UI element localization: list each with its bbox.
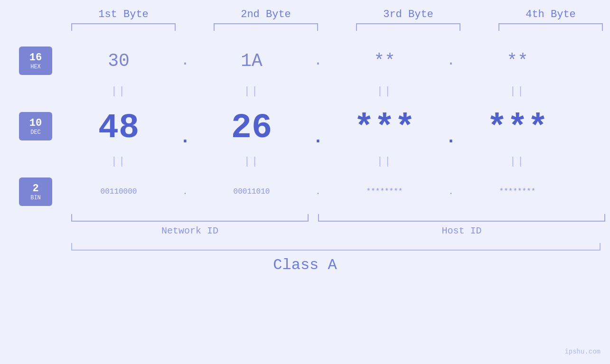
dec-badge-number: 10 xyxy=(29,117,42,130)
bracket-byte3 xyxy=(356,23,460,31)
dec-byte4: *** xyxy=(465,109,570,148)
hex-dot2: . xyxy=(304,53,332,69)
host-bracket xyxy=(318,214,605,222)
hex-byte4: ** xyxy=(465,51,570,71)
dec-byte2: 26 xyxy=(199,109,304,148)
dec-byte3: *** xyxy=(332,109,437,148)
byte2-header: 2nd Byte xyxy=(214,9,318,20)
class-label: Class A xyxy=(0,256,610,274)
bin-badge: 2 BIN xyxy=(19,177,52,206)
dec-dot1: . xyxy=(171,127,199,148)
bin-dot2: . xyxy=(304,187,332,196)
data-rows: 16 HEX 10 DEC 2 BIN xyxy=(0,39,610,213)
sep2-byte1: || xyxy=(66,156,171,168)
hex-badge-number: 16 xyxy=(29,52,42,64)
hex-byte2: 1A xyxy=(199,51,304,71)
bin-byte1: 00110000 xyxy=(66,187,171,196)
hex-badge-row: 16 HEX xyxy=(19,39,52,82)
bin-byte3: ******** xyxy=(332,187,437,196)
byte4-header: 4th Byte xyxy=(498,9,603,20)
bin-badge-row: 2 BIN xyxy=(19,170,52,213)
sep1-byte2: || xyxy=(199,85,304,97)
bin-dot3: . xyxy=(437,187,465,196)
dec-badge-row: 10 DEC xyxy=(19,100,52,152)
hex-badge-label: HEX xyxy=(30,64,41,70)
hex-dot3: . xyxy=(437,53,465,69)
sep-row-1: || || || || xyxy=(66,82,610,100)
byte1-header: 1st Byte xyxy=(71,9,176,20)
dec-badge: 10 DEC xyxy=(19,112,52,140)
network-bracket xyxy=(71,214,309,222)
sep1-byte4: || xyxy=(465,85,570,97)
bin-badge-number: 2 xyxy=(32,183,38,195)
top-brackets xyxy=(0,23,610,31)
dec-dot3: . xyxy=(437,127,465,148)
hex-badge: 16 HEX xyxy=(19,47,52,75)
bin-byte4: ******** xyxy=(465,187,570,196)
dec-row: 48 . 26 . *** . *** xyxy=(66,100,610,152)
class-bracket xyxy=(71,243,601,251)
badges-column: 16 HEX 10 DEC 2 BIN xyxy=(5,39,66,213)
byte3-header: 3rd Byte xyxy=(356,9,460,20)
dec-byte1: 48 xyxy=(66,109,171,148)
hex-row: 30 . 1A . ** . ** xyxy=(66,39,610,82)
dec-badge-label: DEC xyxy=(30,130,41,135)
bracket-byte1 xyxy=(71,23,176,31)
bottom-brackets-row xyxy=(0,214,610,222)
network-id-label: Network ID xyxy=(71,225,309,236)
page-container: 1st Byte 2nd Byte 3rd Byte 4th Byte 16 H… xyxy=(0,0,610,274)
sep-row-2: || || || || xyxy=(66,152,610,170)
dec-dot2: . xyxy=(304,127,332,148)
sep2-byte2: || xyxy=(199,156,304,168)
values-column: 30 . 1A . ** . ** || || || || 48 xyxy=(66,39,610,213)
sep1-byte3: || xyxy=(332,85,437,97)
bracket-byte2 xyxy=(214,23,318,31)
class-bracket-row xyxy=(0,243,610,251)
hex-byte1: 30 xyxy=(66,51,171,71)
byte-headers: 1st Byte 2nd Byte 3rd Byte 4th Byte xyxy=(0,9,610,20)
sep1-byte1: || xyxy=(66,85,171,97)
bin-dot1: . xyxy=(171,187,199,196)
bracket-byte4 xyxy=(498,23,603,31)
sep2-byte4: || xyxy=(465,156,570,168)
bin-row: 00110000 . 00011010 . ******** . *******… xyxy=(66,170,610,213)
bin-badge-label: BIN xyxy=(30,195,41,201)
hex-byte3: ** xyxy=(332,51,437,71)
hex-dot1: . xyxy=(171,53,199,69)
host-id-label: Host ID xyxy=(318,225,605,236)
sep2-byte3: || xyxy=(332,156,437,168)
bottom-labels-row: Network ID Host ID xyxy=(0,225,610,236)
bin-byte2: 00011010 xyxy=(199,187,304,196)
watermark: ipshu.com xyxy=(564,348,601,355)
